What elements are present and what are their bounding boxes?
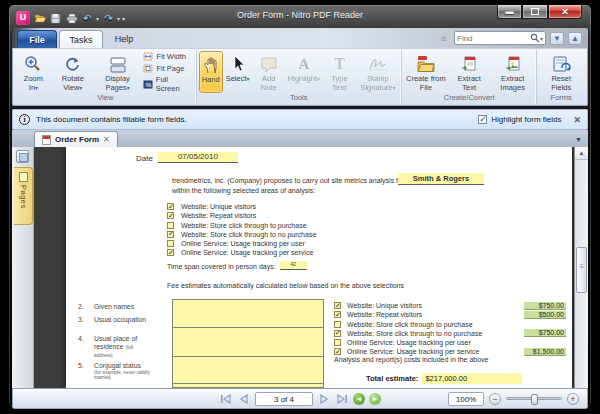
window-controls: ▬ ✕ xyxy=(497,5,582,19)
tab-close-icon[interactable]: ✕ xyxy=(103,135,110,144)
type-text-button[interactable]: T Type Text xyxy=(323,51,356,93)
vertical-scrollbar[interactable]: ▲ xyxy=(574,147,588,388)
search-icon[interactable] xyxy=(530,33,540,43)
fit-page-button[interactable]: Fit Page xyxy=(142,63,191,73)
option-checkbox[interactable] xyxy=(167,222,174,229)
fee-checkbox[interactable] xyxy=(334,348,341,355)
rotate-view-button[interactable]: Rotate View xyxy=(51,51,95,93)
last-page-icon[interactable] xyxy=(335,393,349,405)
total-estimate-label: Total estimate: xyxy=(366,374,418,383)
stamp-signature-button[interactable]: Stamp Signature xyxy=(357,51,399,93)
next-view-icon[interactable]: ▸ xyxy=(369,393,381,405)
pdf-page: Date 07/05/2010 trendmetrics, inc. (Comp… xyxy=(66,147,572,388)
scrollbar-thumb[interactable] xyxy=(576,247,587,293)
fee-row: Website: Unique visitors $750.00 xyxy=(334,302,566,310)
display-pages-button[interactable]: Display Pages xyxy=(96,51,140,93)
analysis-option-row: Website: Store click through to purchase xyxy=(167,221,316,229)
select-tool-button[interactable]: Select xyxy=(224,51,252,93)
date-field[interactable]: 07/05/2010 xyxy=(158,152,238,163)
option-checkbox[interactable] xyxy=(167,203,174,210)
create-from-file-button[interactable]: Create from File xyxy=(404,51,448,93)
fee-row: Online Service: Usage tracking per user xyxy=(334,339,566,347)
option-checkbox[interactable] xyxy=(167,240,174,247)
info-message: This document contains fillable form fie… xyxy=(36,115,187,124)
highlight-form-fields-checkbox[interactable] xyxy=(478,115,487,124)
option-checkbox[interactable] xyxy=(167,249,174,256)
minimize-ribbon-icon[interactable]: ⌂ xyxy=(437,32,450,45)
fee-amount-field[interactable]: $750.00 xyxy=(524,302,566,310)
reset-fields-button[interactable]: Reset Fields xyxy=(539,51,583,93)
previous-page-icon[interactable] xyxy=(237,393,251,405)
highlight-button[interactable]: A Highlight xyxy=(286,51,322,93)
group-label-tools: Tools xyxy=(199,93,399,104)
extract-text-icon xyxy=(460,53,478,75)
document-tab-bar: Order Form ✕ ▼ xyxy=(12,130,588,147)
fit-width-button[interactable]: Fit Width xyxy=(142,51,191,61)
fee-checkbox[interactable] xyxy=(334,339,341,346)
tab-help[interactable]: Help xyxy=(107,30,141,48)
analysis-options-list: Website: Unique visitors Website: Repeat… xyxy=(167,203,316,257)
document-viewport[interactable]: Date 07/05/2010 trendmetrics, inc. (Comp… xyxy=(34,147,588,388)
expand-panel-icon[interactable] xyxy=(16,150,29,163)
full-screen-button[interactable]: % Full Screen xyxy=(142,75,191,93)
option-checkbox[interactable] xyxy=(167,212,174,219)
find-input[interactable] xyxy=(457,34,530,43)
fee-amount-field[interactable]: $500.00 xyxy=(524,311,566,319)
extract-text-button[interactable]: Extract Text xyxy=(449,51,490,93)
analysis-option-row: Online Service: Usage tracking per servi… xyxy=(167,249,316,257)
analysis-option-row: Website: Store click through to no purch… xyxy=(167,231,316,239)
text-entry-field-block[interactable] xyxy=(172,299,324,388)
sidebar-tab-pages[interactable]: Pages xyxy=(14,167,33,225)
zoom-in-status-icon[interactable]: + xyxy=(567,393,579,405)
extract-images-button[interactable]: Extract Images xyxy=(491,51,535,93)
fee-checkbox[interactable] xyxy=(334,330,341,337)
close-button[interactable]: ✕ xyxy=(548,5,582,19)
fee-checkbox[interactable] xyxy=(334,321,341,328)
party-field[interactable]: Smith & Rogers xyxy=(398,173,484,185)
total-estimate-field[interactable]: $217,000.00 xyxy=(422,373,522,384)
document-tab-order-form[interactable]: Order Form ✕ xyxy=(34,131,118,147)
scroll-up-icon[interactable]: ▲ xyxy=(575,147,588,160)
svg-text:%: % xyxy=(146,82,152,88)
add-note-button[interactable]: Add Note xyxy=(253,51,285,93)
minimize-button[interactable]: ▬ xyxy=(497,5,522,19)
zoom-in-button[interactable]: Zoom In xyxy=(17,51,50,93)
zoom-in-icon xyxy=(24,53,42,75)
next-page-icon[interactable] xyxy=(317,393,331,405)
reset-fields-icon xyxy=(552,53,571,75)
cursor-icon xyxy=(231,53,245,75)
zoom-level-field[interactable]: 100% xyxy=(448,392,484,406)
first-page-icon[interactable] xyxy=(219,393,233,405)
tab-tasks[interactable]: Tasks xyxy=(59,30,103,48)
tab-list-dropdown-icon[interactable]: ▼ xyxy=(575,136,582,143)
find-next-icon[interactable]: ▼ xyxy=(550,32,564,45)
fee-row: Website: Store click through to no purch… xyxy=(334,330,566,338)
fee-row: Online Service: Usage tracking per servi… xyxy=(334,348,566,356)
file-menu-button[interactable]: File xyxy=(17,30,57,48)
fee-checkbox[interactable] xyxy=(334,311,341,318)
option-checkbox[interactable] xyxy=(167,231,174,238)
zoom-slider-thumb[interactable] xyxy=(531,394,538,405)
ribbon-tab-row: File Tasks Help ⌂ ▾ ▼ ▲ xyxy=(12,28,588,48)
fee-amount-field[interactable]: $1,500.00 xyxy=(524,348,566,356)
info-bar-close-icon[interactable]: ✕ xyxy=(573,115,581,125)
fee-row: Website: Repeat visitors $500.00 xyxy=(334,311,566,319)
fee-checkbox[interactable] xyxy=(334,302,341,309)
rotate-view-icon xyxy=(64,53,81,75)
maximize-button[interactable] xyxy=(522,5,548,19)
personal-field-row: 2. Given names xyxy=(78,303,173,311)
hand-tool-button[interactable]: Hand xyxy=(199,51,223,93)
info-icon: i xyxy=(19,114,30,125)
note-icon xyxy=(260,53,278,75)
find-previous-icon[interactable]: ▲ xyxy=(568,32,582,45)
zoom-slider[interactable] xyxy=(506,397,562,400)
zoom-out-icon[interactable]: − xyxy=(489,393,501,405)
status-bar: 3 of 4 ◂ ▸ 100% − + xyxy=(12,388,588,409)
timespan-label: Time span covered in person days: xyxy=(167,263,276,270)
page-indicator-field[interactable]: 3 of 4 xyxy=(255,392,313,406)
timespan-field[interactable]: 42 xyxy=(280,261,307,270)
personal-field-row: 3. Usual occupation xyxy=(78,316,173,324)
previous-view-icon[interactable]: ◂ xyxy=(353,393,365,405)
find-options-dropdown-icon[interactable]: ▾ xyxy=(540,35,543,42)
fee-amount-field[interactable]: $750.00 xyxy=(524,329,566,337)
